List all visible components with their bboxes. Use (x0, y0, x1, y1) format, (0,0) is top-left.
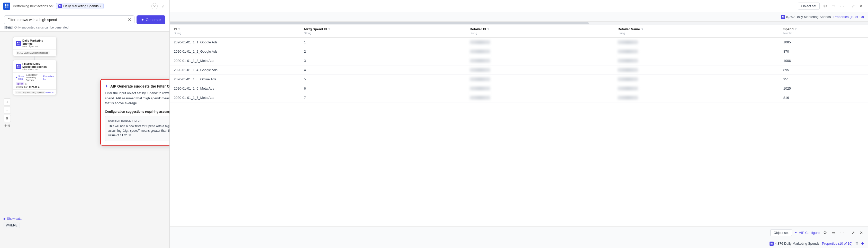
show-data-icon: ▶ (16, 76, 18, 79)
more-icon-button[interactable]: ⋯ (839, 3, 845, 9)
settings-icon-button[interactable]: ⚙ (822, 3, 828, 9)
horizontal-scrollbar[interactable] (170, 22, 868, 25)
add-icon: + (861, 241, 864, 246)
cell-mktg: 2 (300, 47, 465, 56)
filter-op: is (25, 83, 27, 85)
dataset-count-text: 8,752 Daily Marketing Spends (786, 15, 831, 19)
cell-retailer: ████████ (466, 56, 614, 66)
cell-id: 2020-01-01_1_6_Meta Ads (170, 84, 300, 93)
svg-rect-8 (19, 42, 20, 43)
node-daily-marketing[interactable]: Daily Marketing Spends Flow object set 8… (13, 37, 57, 57)
zoom-in-button[interactable]: + (4, 98, 11, 106)
topbar-expand-button[interactable]: ⤢ (160, 3, 166, 9)
generate-label: Generate (146, 18, 161, 22)
aip-sparkle-icon: ✦ (105, 84, 108, 88)
cell-name: ████████ (614, 93, 779, 102)
node-header-2: Filtered Daily Marketing Spends Filter o… (13, 60, 56, 73)
node-title-wrapper-1: Daily Marketing Spends Flow object set (22, 39, 54, 48)
cell-retailer: ████████ (466, 84, 614, 93)
delete-icon: 🗑 (855, 241, 859, 246)
table-row: 2020-01-01_1_7_Meta Ads7████████████████… (170, 93, 868, 102)
cell-id: 2020-01-01_1_1_Google Ads (170, 37, 300, 47)
dataset-badge[interactable]: Daily Marketing Spends ▾ (56, 3, 103, 9)
col-sort-retailer: Retailer Id ▼ (470, 27, 490, 31)
bottom-bar: Object set ✦ AIP Configure ⚙ ▭ ⋯ ⤢ ✕ (170, 226, 868, 239)
monitor-icon-button[interactable]: ▭ (831, 3, 836, 9)
svg-rect-7 (17, 42, 18, 43)
svg-rect-18 (771, 244, 773, 245)
expand-icon-button[interactable]: ⤢ (850, 3, 856, 9)
node-object-set-link[interactable]: Object set (45, 91, 54, 94)
node-props-link[interactable]: Properties (... (43, 75, 54, 80)
close-panel-button[interactable]: ✕ (859, 3, 864, 9)
topbar-close-button[interactable]: ✕ (151, 3, 158, 9)
cell-id: 2020-01-01_1_4_Google Ads (170, 66, 300, 75)
canvas-area: Performing next actions on: Daily Market… (0, 0, 170, 248)
col-header-retailer[interactable]: Retailer Id ▼ String (466, 25, 614, 37)
dataset-icon (58, 4, 62, 8)
aip-config-title: Configuration suggestions requiring assu… (105, 110, 169, 113)
bottom-expand-button[interactable]: ⤢ (850, 229, 856, 236)
cell-spend: 1006 (779, 56, 868, 66)
bottom-monitor-button[interactable]: ▭ (831, 229, 836, 236)
blurred-value: ████████ (618, 40, 638, 44)
aip-popup-title: AIP Generate suggests the Filter Object … (110, 84, 169, 88)
cell-mktg: 3 (300, 56, 465, 66)
zoom-controls: + − ⊞ 44% (4, 98, 11, 128)
bottom-close-icon: ✕ (860, 230, 863, 235)
more-icon: ⋯ (840, 4, 844, 8)
show-data-icon-bottom: ▶ (4, 217, 6, 220)
node-layout-button[interactable]: ⊞ (4, 115, 11, 122)
add-row-button[interactable]: + (861, 241, 864, 246)
zoom-out-button[interactable]: − (4, 107, 11, 114)
cell-mktg: 6 (300, 84, 465, 93)
svg-rect-10 (17, 65, 18, 67)
cell-mktg: 4 (300, 66, 465, 75)
aip-configure-button[interactable]: ✦ AIP Configure (795, 231, 820, 235)
node-icon-1 (16, 41, 21, 46)
col-header-spend[interactable]: Spend ▼ Number (779, 25, 868, 37)
cell-retailer: ████████ (466, 37, 614, 47)
generate-button[interactable]: ✦ Generate (136, 15, 165, 24)
node-count-1: 8,752 Daily Marketing Spends (16, 51, 50, 55)
scrollbar-thumb[interactable] (170, 22, 589, 24)
bottom-object-set-button[interactable]: Object set (770, 229, 792, 236)
delete-row-button[interactable]: 🗑 (855, 241, 859, 246)
filtered-properties-link[interactable]: Properties (10 of 10) (822, 242, 852, 245)
node-header-1: Daily Marketing Spends Flow object set (13, 37, 56, 49)
beta-row: Beta Only supported cards can be generat… (4, 26, 165, 29)
bottom-settings-button[interactable]: ⚙ (822, 229, 828, 236)
filter-action-btn[interactable]: ▶ (38, 86, 40, 88)
object-set-button[interactable]: Object set (798, 3, 820, 9)
node-result-count: 3,863 Daily Marketing Spends (15, 91, 45, 94)
col-header-id[interactable]: Id ▼ String (170, 25, 300, 37)
col-header-retailer-name[interactable]: Retailer Name ▼ String (614, 25, 779, 37)
filter-row-2: greater than 1172.08 ▶ (16, 86, 54, 88)
data-table-wrapper[interactable]: Id ▼ String Mktg Spend Id ▼ String (170, 25, 868, 226)
col-type-retailer: String (470, 32, 609, 35)
svg-rect-6 (59, 6, 61, 7)
bottom-close-button[interactable]: ✕ (859, 229, 864, 236)
properties-link[interactable]: Properties (10 of 10) (833, 15, 864, 19)
svg-rect-5 (60, 5, 61, 6)
svg-rect-14 (783, 16, 784, 17)
aip-configure-label: AIP Configure (799, 231, 820, 235)
table-body: 2020-01-01_1_1_Google Ads1██████████████… (170, 37, 868, 102)
table-header: Id ▼ String Mktg Spend Id ▼ String (170, 25, 868, 37)
blurred-value: ████████ (470, 68, 490, 72)
bottom-settings-icon: ⚙ (823, 230, 827, 235)
table-row: 2020-01-01_1_5_Offline Ads5█████████████… (170, 75, 868, 84)
zoom-level-display: 44% (4, 123, 11, 128)
node-filtered-marketing[interactable]: Filtered Daily Marketing Spends Filter o… (13, 60, 57, 95)
sort-icon-retailer-name: ▼ (641, 28, 644, 31)
where-badge[interactable]: WHERE (4, 222, 20, 228)
show-data-label-small[interactable]: Show data (18, 75, 24, 80)
node-filter-count: 3,963 Daily Marketing Spends (26, 74, 41, 81)
svg-rect-4 (59, 5, 60, 6)
search-input[interactable] (7, 18, 128, 22)
search-clear-button[interactable]: ✕ (128, 18, 131, 22)
bottom-more-button[interactable]: ⋯ (839, 229, 845, 236)
node-title-2: Filtered Daily Marketing Spends (22, 62, 54, 68)
col-header-mktg[interactable]: Mktg Spend Id ▼ String (300, 25, 465, 37)
show-data-link[interactable]: ▶ Show data (4, 217, 22, 220)
